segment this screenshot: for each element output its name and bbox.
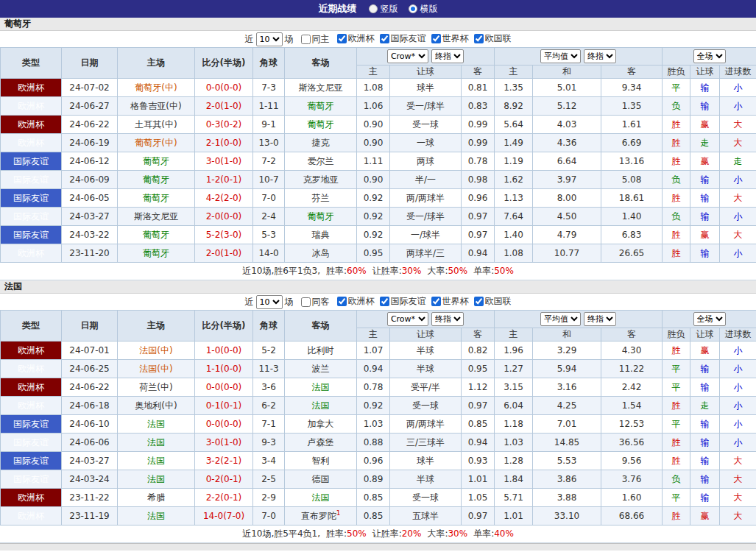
- euro-odds-source-select[interactable]: 平均值: [540, 49, 581, 63]
- corner-cell: 10-7: [253, 171, 285, 189]
- competition-checkbox[interactable]: [380, 297, 389, 306]
- euro-away-odds-cell: 6.83: [601, 226, 663, 244]
- euro-away-odds-cell: 1.35: [601, 97, 663, 116]
- match-type-cell: 国际友谊: [1, 152, 62, 171]
- result-handicap-cell: 输: [690, 452, 720, 470]
- match-scope-select[interactable]: 全场: [693, 49, 726, 63]
- competition-label: 国际友谊: [391, 32, 426, 45]
- asian-handicap-cell: 受一球: [390, 489, 462, 507]
- euro-home-odds-cell: 1.27: [495, 360, 533, 378]
- competition-checkbox[interactable]: [431, 297, 441, 306]
- asian-home-odds-cell: 0.89: [357, 470, 390, 489]
- result-goals-cell: 大: [720, 134, 756, 152]
- euro-home-odds-cell: 6.04: [495, 397, 533, 415]
- view-mode-radio-0[interactable]: 竖版: [369, 3, 398, 15]
- competition-filter-2[interactable]: 世界杯: [426, 32, 469, 45]
- competition-filter-1[interactable]: 国际友谊: [375, 32, 426, 45]
- away-team-cell: 克罗地亚: [285, 171, 357, 189]
- away-team-cell: 葡萄牙: [285, 208, 357, 226]
- euro-draw-odds-cell: 3.88: [533, 489, 601, 507]
- asian-home-odds-cell: 1.03: [357, 415, 390, 434]
- summary-stat: 单率:50%: [473, 265, 514, 277]
- same-venue-filter[interactable]: 同主: [296, 33, 330, 46]
- asian-odds-time-select[interactable]: 终指: [431, 312, 464, 326]
- asian-handicap-cell: 两球半/三: [390, 244, 462, 263]
- match-scope-select[interactable]: 全场: [693, 312, 726, 326]
- result-wdl-cell: 胜: [663, 244, 690, 263]
- view-mode-radio-group: 竖版横版: [369, 3, 438, 15]
- summary-stat: 胜率:60%: [326, 265, 367, 277]
- competition-checkbox[interactable]: [380, 34, 389, 43]
- away-team-cell: 爱尔兰: [285, 152, 357, 171]
- bookmaker-select[interactable]: Crow*: [387, 312, 428, 326]
- corner-cell: 2-4: [253, 208, 285, 226]
- euro-away-odds-cell: 36.56: [601, 434, 663, 452]
- competition-filter-3[interactable]: 欧国联: [469, 295, 512, 308]
- result-goals-cell: 小: [720, 342, 756, 360]
- euro-odds-time-select[interactable]: 终指: [584, 49, 616, 63]
- bookmaker-select[interactable]: Crow*: [387, 49, 428, 63]
- match-count-select[interactable]: 10: [256, 32, 283, 46]
- score-cell: 5-2(3-0): [195, 226, 253, 244]
- home-team-cell: 土耳其(中): [118, 116, 195, 134]
- asian-home-odds-cell: 1.06: [357, 97, 390, 116]
- euro-home-odds-cell: 1.28: [495, 452, 533, 470]
- same-venue-filter[interactable]: 同客: [296, 296, 330, 308]
- score-cell: 2-2(0-1): [195, 489, 253, 507]
- euro-away-odds-cell: 1.40: [601, 208, 663, 226]
- competition-filter-0[interactable]: 欧洲杯: [332, 32, 375, 45]
- home-team-cell: 法国: [118, 434, 195, 452]
- home-team-cell: 葡萄牙(中): [118, 134, 195, 152]
- sub-header-result-goals: 进球数: [720, 328, 756, 342]
- radio-icon[interactable]: [409, 4, 417, 13]
- radio-icon[interactable]: [369, 4, 378, 13]
- sub-header-asian-away: 客: [462, 66, 495, 79]
- result-wdl-cell: 胜: [663, 152, 690, 171]
- score-cell: 3-0(1-0): [195, 434, 253, 452]
- view-mode-radio-1[interactable]: 横版: [409, 3, 438, 15]
- match-count-select[interactable]: 10: [256, 295, 283, 309]
- competition-filter-2[interactable]: 世界杯: [426, 295, 469, 308]
- euro-odds-time-select[interactable]: 终指: [584, 312, 616, 326]
- euro-home-odds-cell: 5.64: [495, 116, 533, 134]
- result-wdl-cell: 平: [663, 79, 690, 97]
- score-cell: 2-0(1-0): [195, 244, 253, 263]
- match-row: 国际友谊24-06-12葡萄牙3-0(1-0)7-2爱尔兰1.11两球0.781…: [1, 152, 756, 171]
- match-type-cell: 欧洲杯: [1, 97, 62, 116]
- corner-cell: 2-5: [253, 470, 285, 489]
- competition-checkbox[interactable]: [337, 297, 347, 306]
- match-type-cell: 欧洲杯: [1, 378, 62, 397]
- competition-checkbox[interactable]: [431, 34, 441, 43]
- match-type-cell: 欧洲杯: [1, 360, 62, 378]
- summary-stat: 让胜率:30%: [372, 265, 422, 277]
- asian-odds-time-select[interactable]: 终指: [431, 49, 464, 63]
- score-cell: 1-2(0-1): [195, 171, 253, 189]
- competition-checkbox[interactable]: [474, 297, 484, 306]
- sub-header-asian-away: 客: [462, 328, 495, 342]
- result-wdl-cell: 胜: [663, 434, 690, 452]
- same-venue-checkbox[interactable]: [301, 297, 311, 307]
- col-header-away: 客场: [285, 311, 357, 342]
- sub-header-euro-away: 客: [601, 328, 663, 342]
- result-wdl-cell: 胜: [663, 226, 690, 244]
- euro-odds-header: 平均值 终指: [495, 48, 663, 66]
- sub-header-euro-home: 主: [495, 328, 533, 342]
- result-handicap-cell: 输: [690, 415, 720, 434]
- competition-checkbox[interactable]: [337, 34, 347, 43]
- euro-odds-source-select[interactable]: 平均值: [540, 312, 581, 326]
- competition-filter-0[interactable]: 欧洲杯: [332, 295, 375, 308]
- competition-label: 欧国联: [485, 295, 512, 308]
- asian-handicap-cell: 半球: [390, 342, 462, 360]
- away-team-cell: 芬兰: [285, 189, 357, 208]
- match-type-cell: 欧洲杯: [1, 342, 62, 360]
- match-type-cell: 欧洲杯: [1, 134, 62, 152]
- competition-filter-1[interactable]: 国际友谊: [375, 295, 426, 308]
- asian-away-odds-cell: 1.01: [462, 470, 495, 489]
- competition-filter-3[interactable]: 欧国联: [469, 32, 512, 45]
- asian-away-odds-cell: 0.98: [462, 171, 495, 189]
- competition-checkbox[interactable]: [474, 34, 484, 43]
- result-handicap-cell: 输: [690, 171, 720, 189]
- euro-home-odds-cell: 1.84: [495, 470, 533, 489]
- away-team-cell: 卢森堡: [285, 434, 357, 452]
- same-venue-checkbox[interactable]: [301, 35, 311, 44]
